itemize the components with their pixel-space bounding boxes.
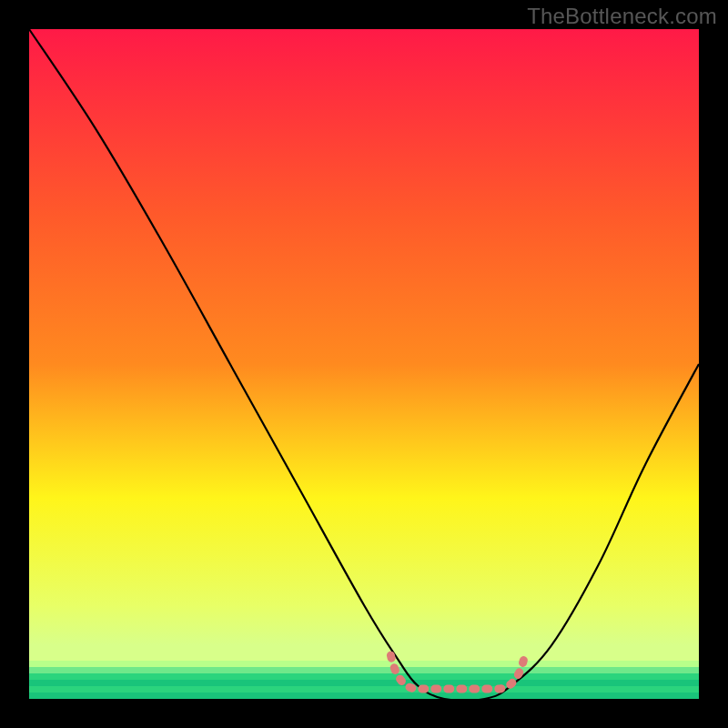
svg-rect-2 [29, 673, 699, 680]
svg-rect-3 [29, 680, 699, 686]
plot-background [29, 29, 699, 699]
svg-rect-1 [29, 667, 699, 673]
watermark-text: TheBottleneck.com [527, 4, 717, 29]
chart-frame: { "watermark": "TheBottleneck.com", "col… [0, 0, 728, 728]
svg-rect-4 [29, 686, 699, 693]
svg-rect-0 [29, 661, 699, 667]
svg-rect-5 [29, 693, 699, 699]
chart-svg [0, 0, 728, 728]
bottom-stripes [29, 661, 699, 699]
